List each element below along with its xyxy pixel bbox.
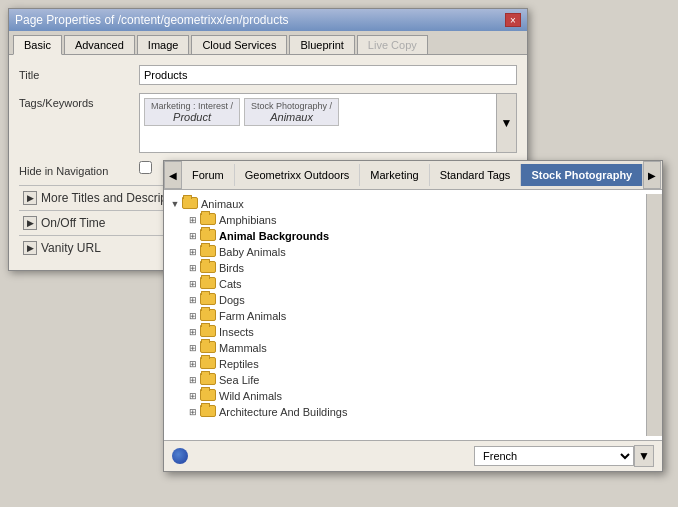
tab-geometrixx-outdoors[interactable]: Geometrixx Outdoors [235, 164, 361, 186]
tree-item-amphibians[interactable]: ⊞ Amphibians [186, 212, 642, 228]
folder-icon-dogs [200, 293, 216, 307]
onoff-label: On/Off Time [41, 216, 105, 230]
hide-nav-checkbox[interactable] [139, 161, 152, 174]
tree-item-mammals[interactable]: ⊞ Mammals [186, 340, 642, 356]
vanity-label: Vanity URL [41, 241, 101, 255]
tab-marketing[interactable]: Marketing [360, 164, 429, 186]
vanity-toggle: ▶ [23, 241, 37, 255]
tab-standard-tags[interactable]: Standard Tags [430, 164, 522, 186]
tag-name-1: Product [151, 111, 233, 123]
tree-item-baby-animals[interactable]: ⊞ Baby Animals [186, 244, 642, 260]
tab-stock-photography[interactable]: Stock Photography [521, 164, 643, 186]
tab-image[interactable]: Image [137, 35, 190, 54]
expand-mammals: ⊞ [186, 341, 200, 355]
tree-item-reptiles[interactable]: ⊞ Reptiles [186, 356, 642, 372]
expand-animaux: ▼ [168, 197, 182, 211]
tag-path-2: Stock Photography / [251, 101, 332, 111]
tag-item-animaux: Stock Photography / Animaux [244, 98, 339, 126]
expand-reptiles: ⊞ [186, 357, 200, 371]
tags-dropdown-button[interactable]: ▼ [496, 94, 516, 152]
tags-label: Tags/Keywords [19, 93, 139, 109]
folder-icon-architecture [200, 405, 216, 419]
tab-blueprint[interactable]: Blueprint [289, 35, 354, 54]
folder-icon-amphibians [200, 213, 216, 227]
tree-item-sea-life[interactable]: ⊞ Sea Life [186, 372, 642, 388]
expand-cats: ⊞ [186, 277, 200, 291]
expand-farm-animals: ⊞ [186, 309, 200, 323]
tree-item-cats[interactable]: ⊞ Cats [186, 276, 642, 292]
folder-icon-animal-backgrounds [200, 229, 216, 243]
tree-label-birds: Birds [219, 262, 244, 274]
tree-label-animaux: Animaux [201, 198, 244, 210]
tree-label-wild-animals: Wild Animals [219, 390, 282, 402]
tab-live-copy[interactable]: Live Copy [357, 35, 428, 54]
dialog-titlebar: Page Properties of /content/geometrixx/e… [9, 9, 527, 31]
more-titles-toggle: ▶ [23, 191, 37, 205]
folder-icon-insects [200, 325, 216, 339]
expand-sea-life: ⊞ [186, 373, 200, 387]
onoff-toggle: ▶ [23, 216, 37, 230]
folder-icon-wild-animals [200, 389, 216, 403]
tag-picker-tabs: ◀ Forum Geometrixx Outdoors Marketing St… [164, 161, 662, 190]
expand-animal-backgrounds: ⊞ [186, 229, 200, 243]
tab-cloud-services[interactable]: Cloud Services [191, 35, 287, 54]
tree-label-cats: Cats [219, 278, 242, 290]
tag-picker-prev[interactable]: ◀ [164, 161, 182, 189]
language-selector-container: French English German Spanish ▼ [474, 445, 654, 467]
tree-label-dogs: Dogs [219, 294, 245, 306]
tag-item-product: Marketing : Interest / Product [144, 98, 240, 126]
tree-content: ▼ Animaux ⊞ Amphibians ⊞ Animal Backgrou… [164, 194, 646, 436]
dialog-tabs: Basic Advanced Image Cloud Services Blue… [9, 31, 527, 55]
tree-label-farm-animals: Farm Animals [219, 310, 286, 322]
tree-item-animal-backgrounds[interactable]: ⊞ Animal Backgrounds [186, 228, 642, 244]
tree-label-baby-animals: Baby Animals [219, 246, 286, 258]
tree-label-amphibians: Amphibians [219, 214, 276, 226]
title-label: Title [19, 65, 139, 81]
expand-baby-animals: ⊞ [186, 245, 200, 259]
tree-item-wild-animals[interactable]: ⊞ Wild Animals [186, 388, 642, 404]
language-select[interactable]: French English German Spanish [474, 446, 634, 466]
tag-picker-next[interactable]: ▶ [643, 161, 661, 189]
tab-forum[interactable]: Forum [182, 164, 235, 186]
tree-item-animaux[interactable]: ▼ Animaux [168, 196, 642, 212]
hide-nav-label: Hide in Navigation [19, 161, 139, 177]
folder-icon-reptiles [200, 357, 216, 371]
title-row: Title [19, 65, 517, 85]
expand-dogs: ⊞ [186, 293, 200, 307]
close-button[interactable]: × [505, 13, 521, 27]
tree-label-animal-backgrounds: Animal Backgrounds [219, 230, 329, 242]
tree-children-animaux: ⊞ Amphibians ⊞ Animal Backgrounds ⊞ Baby… [168, 212, 642, 420]
tag-path-1: Marketing : Interest / [151, 101, 233, 111]
tree-label-sea-life: Sea Life [219, 374, 259, 386]
tree-scrollbar[interactable] [646, 194, 662, 436]
language-dropdown-button[interactable]: ▼ [634, 445, 654, 467]
folder-icon-mammals [200, 341, 216, 355]
tab-advanced[interactable]: Advanced [64, 35, 135, 54]
tree-label-mammals: Mammals [219, 342, 267, 354]
tree-item-farm-animals[interactable]: ⊞ Farm Animals [186, 308, 642, 324]
folder-icon-baby-animals [200, 245, 216, 259]
dialog-title: Page Properties of /content/geometrixx/e… [15, 13, 289, 27]
tag-name-2: Animaux [251, 111, 332, 123]
tree-item-birds[interactable]: ⊞ Birds [186, 260, 642, 276]
folder-icon-animaux [182, 197, 198, 211]
expand-amphibians: ⊞ [186, 213, 200, 227]
folder-icon-farm-animals [200, 309, 216, 323]
title-input[interactable] [139, 65, 517, 85]
tags-area[interactable]: Marketing : Interest / Product Stock Pho… [139, 93, 517, 153]
tag-picker-dialog: ◀ Forum Geometrixx Outdoors Marketing St… [163, 160, 663, 472]
expand-wild-animals: ⊞ [186, 389, 200, 403]
tag-picker-tree: ▼ Animaux ⊞ Amphibians ⊞ Animal Backgrou… [164, 190, 662, 440]
tab-basic[interactable]: Basic [13, 35, 62, 55]
tree-label-reptiles: Reptiles [219, 358, 259, 370]
tree-label-architecture: Architecture And Buildings [219, 406, 347, 418]
tree-label-insects: Insects [219, 326, 254, 338]
tree-item-architecture[interactable]: ⊞ Architecture And Buildings [186, 404, 642, 420]
tree-item-insects[interactable]: ⊞ Insects [186, 324, 642, 340]
folder-icon-sea-life [200, 373, 216, 387]
expand-insects: ⊞ [186, 325, 200, 339]
folder-icon-cats [200, 277, 216, 291]
expand-architecture: ⊞ [186, 405, 200, 419]
tag-picker-footer: French English German Spanish ▼ [164, 440, 662, 471]
tree-item-dogs[interactable]: ⊞ Dogs [186, 292, 642, 308]
